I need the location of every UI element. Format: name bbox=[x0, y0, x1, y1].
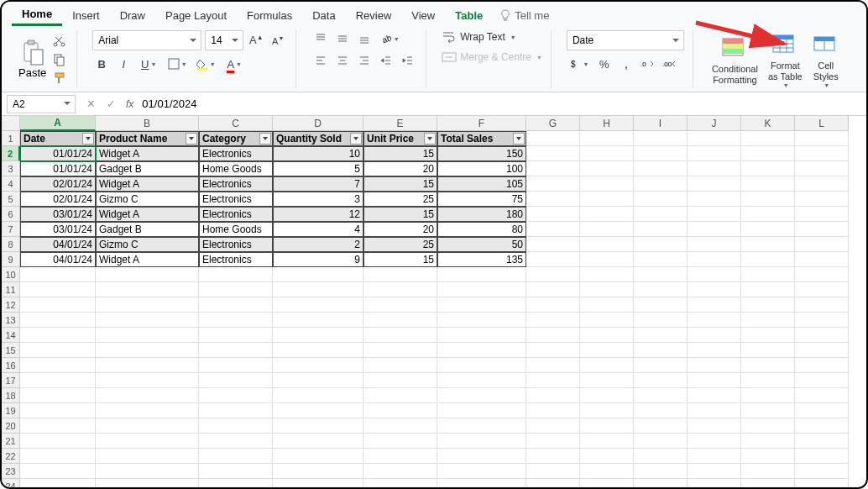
row-header-4[interactable]: 4 bbox=[2, 176, 20, 192]
cell-H15[interactable] bbox=[580, 343, 634, 358]
font-size-select[interactable] bbox=[205, 30, 243, 50]
row-header-2[interactable]: 2 bbox=[2, 146, 20, 161]
cell-B16[interactable] bbox=[96, 358, 199, 373]
cell-E11[interactable] bbox=[363, 282, 437, 297]
cell-G11[interactable] bbox=[526, 282, 580, 297]
cell-L12[interactable] bbox=[795, 297, 849, 313]
cell-C5[interactable]: Electronics bbox=[199, 192, 273, 207]
cell-K6[interactable] bbox=[741, 207, 795, 222]
cell-I22[interactable] bbox=[634, 449, 688, 464]
formula-input[interactable] bbox=[139, 94, 866, 113]
row-header-14[interactable]: 14 bbox=[2, 328, 20, 343]
cell-K19[interactable] bbox=[741, 403, 795, 418]
cell-I4[interactable] bbox=[634, 176, 688, 192]
cell-F14[interactable] bbox=[437, 328, 526, 343]
cell-K17[interactable] bbox=[741, 373, 795, 388]
cell-D3[interactable]: 5 bbox=[273, 161, 363, 176]
cell-K7[interactable] bbox=[741, 222, 795, 237]
cell-J18[interactable] bbox=[688, 388, 741, 403]
cell-L11[interactable] bbox=[795, 282, 849, 297]
cell-H6[interactable] bbox=[580, 207, 634, 222]
cell-I11[interactable] bbox=[634, 282, 688, 297]
accounting-format-button[interactable]: $▼ bbox=[567, 55, 592, 72]
cell-H4[interactable] bbox=[580, 176, 634, 192]
cell-J16[interactable] bbox=[688, 358, 741, 373]
cell-L23[interactable] bbox=[795, 464, 849, 479]
cell-C10[interactable] bbox=[199, 267, 273, 282]
cell-K8[interactable] bbox=[741, 237, 795, 252]
row-header-13[interactable]: 13 bbox=[2, 313, 20, 328]
cell-L13[interactable] bbox=[795, 313, 849, 328]
cell-F23[interactable] bbox=[437, 464, 526, 479]
row-header-10[interactable]: 10 bbox=[2, 267, 20, 282]
column-header-d[interactable]: D bbox=[273, 116, 363, 131]
row-header-6[interactable]: 6 bbox=[2, 207, 20, 222]
format-as-table-button[interactable]: Format as Table ▼ bbox=[765, 30, 806, 90]
cell-A14[interactable] bbox=[20, 328, 96, 343]
cell-H11[interactable] bbox=[580, 282, 634, 297]
number-format-select[interactable] bbox=[567, 30, 684, 50]
column-header-j[interactable]: J bbox=[688, 116, 741, 131]
cell-C18[interactable] bbox=[199, 388, 273, 403]
cell-L19[interactable] bbox=[795, 403, 849, 418]
cell-H1[interactable] bbox=[580, 131, 634, 146]
cell-D7[interactable]: 4 bbox=[273, 222, 363, 237]
cell-K24[interactable] bbox=[741, 479, 795, 487]
cell-B21[interactable] bbox=[96, 434, 199, 449]
column-header-b[interactable]: B bbox=[96, 116, 199, 131]
cell-J19[interactable] bbox=[688, 403, 741, 418]
cell-C11[interactable] bbox=[199, 282, 273, 297]
cell-I7[interactable] bbox=[634, 222, 688, 237]
cell-A17[interactable] bbox=[20, 373, 96, 388]
cell-K3[interactable] bbox=[741, 161, 795, 176]
tell-me[interactable]: Tell me bbox=[499, 9, 549, 22]
column-header-a[interactable]: A bbox=[20, 116, 96, 131]
column-header-e[interactable]: E bbox=[363, 116, 437, 131]
cell-J9[interactable] bbox=[688, 252, 741, 267]
align-center-button[interactable] bbox=[333, 52, 352, 69]
cell-G2[interactable] bbox=[526, 146, 580, 161]
wrap-text-button[interactable]: Wrap Text ▼ bbox=[442, 30, 516, 44]
cell-G15[interactable] bbox=[526, 343, 580, 358]
cell-H24[interactable] bbox=[580, 479, 634, 487]
cell-H3[interactable] bbox=[580, 161, 634, 176]
tab-formulas[interactable]: Formulas bbox=[237, 6, 302, 25]
cell-I16[interactable] bbox=[634, 358, 688, 373]
cell-L4[interactable] bbox=[795, 176, 849, 192]
cell-F4[interactable]: 105 bbox=[437, 176, 526, 192]
cell-G14[interactable] bbox=[526, 328, 580, 343]
cell-F15[interactable] bbox=[437, 343, 526, 358]
border-button[interactable]: ▼ bbox=[165, 55, 190, 72]
cell-H19[interactable] bbox=[580, 403, 634, 418]
cell-K2[interactable] bbox=[741, 146, 795, 161]
cell-H22[interactable] bbox=[580, 449, 634, 464]
tab-page-layout[interactable]: Page Layout bbox=[155, 6, 237, 25]
cell-B2[interactable]: Widget A bbox=[96, 146, 199, 161]
cell-I15[interactable] bbox=[634, 343, 688, 358]
cell-G17[interactable] bbox=[526, 373, 580, 388]
cell-D11[interactable] bbox=[273, 282, 363, 297]
cell-A18[interactable] bbox=[20, 388, 96, 403]
row-header-19[interactable]: 19 bbox=[2, 403, 20, 418]
cell-A6[interactable]: 03/01/24 bbox=[20, 207, 96, 222]
cell-E20[interactable] bbox=[363, 418, 437, 434]
cell-G1[interactable] bbox=[526, 131, 580, 146]
cell-C4[interactable]: Electronics bbox=[199, 176, 273, 192]
cell-J23[interactable] bbox=[688, 464, 741, 479]
cell-G24[interactable] bbox=[526, 479, 580, 487]
cell-L22[interactable] bbox=[795, 449, 849, 464]
fx-icon[interactable]: fx bbox=[126, 98, 133, 110]
cell-I13[interactable] bbox=[634, 313, 688, 328]
spreadsheet-grid[interactable]: ABCDEFGHIJKL 123456789101112131415161718… bbox=[2, 116, 866, 487]
cell-G23[interactable] bbox=[526, 464, 580, 479]
cell-J1[interactable] bbox=[688, 131, 741, 146]
cell-K14[interactable] bbox=[741, 328, 795, 343]
cell-G21[interactable] bbox=[526, 434, 580, 449]
cell-B7[interactable]: Gadget B bbox=[96, 222, 199, 237]
row-header-15[interactable]: 15 bbox=[2, 343, 20, 358]
cell-G7[interactable] bbox=[526, 222, 580, 237]
cell-I20[interactable] bbox=[634, 418, 688, 434]
cell-K4[interactable] bbox=[741, 176, 795, 192]
cell-K18[interactable] bbox=[741, 388, 795, 403]
row-header-7[interactable]: 7 bbox=[2, 222, 20, 237]
